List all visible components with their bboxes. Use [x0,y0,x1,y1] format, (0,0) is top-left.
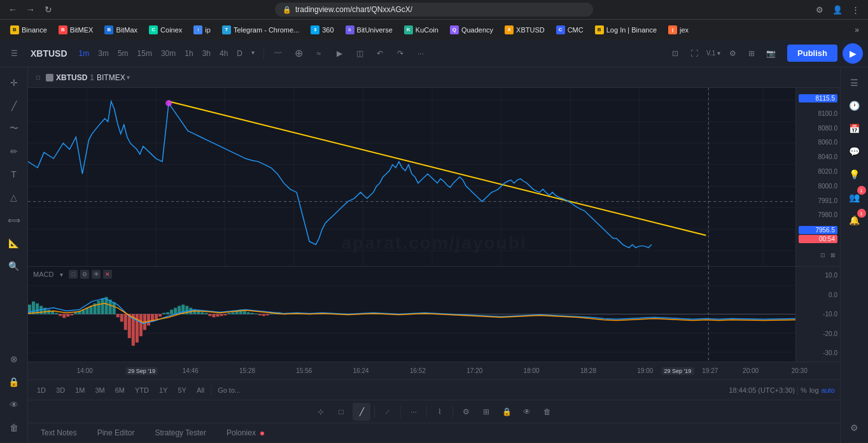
version-btn[interactable]: V.1 ▾ [704,45,722,62]
bookmark-binance-login[interactable]: B Log In | Binance [590,24,662,36]
tf-d[interactable]: D [233,47,246,60]
tf-3m[interactable]: 3m [94,47,113,60]
draw-tool-4[interactable]: ⌇ [431,403,449,421]
scale-icon-2[interactable]: ⊠ [829,251,837,260]
more-btn[interactable]: ··· [412,45,430,62]
chart-exchange[interactable]: BITMEX ▾ [97,73,130,82]
bookmark-xbtusd[interactable]: X XBTUSD [500,24,550,36]
shapes-tool[interactable]: △ [4,187,24,207]
bookmark-quadency[interactable]: Q Quadency [445,24,498,36]
alert-btn[interactable]: ◫ [351,45,368,62]
tf-bottom-6m[interactable]: 6M [111,385,129,395]
right-sidebar-clock[interactable]: 🕐 [844,95,865,116]
redo-btn[interactable]: ↷ [391,45,409,62]
settings-btn[interactable]: ⚙ [724,45,741,62]
tf-3h[interactable]: 3h [199,47,214,60]
tf-4h[interactable]: 4h [216,47,232,60]
bookmark-kucoin[interactable]: K KuCoin [399,24,444,36]
draw-settings[interactable]: ⚙ [457,403,475,421]
bookmark-360[interactable]: 3 360 [305,24,339,36]
bookmark-cmc[interactable]: C CMC [551,24,589,36]
right-sidebar-calendar[interactable]: 📅 [844,118,865,139]
tf-5m[interactable]: 5m [114,47,132,60]
reload-button[interactable]: ↻ [41,2,56,17]
percent-label[interactable]: % [801,386,807,394]
trend-line-tool[interactable]: ╱ [4,95,24,116]
crosshair-tool[interactable]: ✛ [4,73,24,93]
zoom-tool[interactable]: 🔍 [4,256,24,276]
bookmark-binance[interactable]: B Binance [5,24,52,36]
tf-bottom-3m[interactable]: 3M [91,385,108,395]
draw-trash[interactable]: 🗑 [538,403,556,421]
tab-pine-editor[interactable]: Pine Editor [90,426,143,441]
bookmark-bitmax[interactable]: B BitMax [99,24,143,36]
hide-drawings-tool[interactable]: 👁 [4,395,24,415]
right-sidebar-notifications[interactable]: 🔔 1 [844,210,865,230]
tab-poloniex[interactable]: Poloniex [219,426,272,441]
right-sidebar-users[interactable]: 👥 1 [844,187,865,207]
pattern-tool[interactable]: ⟺ [4,210,24,230]
macd-dropdown[interactable]: ▾ [56,269,66,279]
layout-btn[interactable]: ⊞ [743,45,760,62]
tf-1h[interactable]: 1h [181,47,197,60]
magnet-tool[interactable]: ⊗ [4,349,24,369]
draw-lock[interactable]: 🔒 [498,403,515,421]
draw-clone[interactable]: ⊞ [477,403,495,421]
text-tool[interactable]: T [4,164,24,185]
symbol-label[interactable]: XBTUSD [25,48,73,59]
bookmark-jex[interactable]: j jex [663,24,694,36]
right-sidebar-lightbulb[interactable]: 💡 [844,164,865,185]
snapshot-btn[interactable]: 📷 [762,45,780,62]
profile-button[interactable]: 👤 [830,2,845,17]
play-live-button[interactable]: ▶ [843,43,863,64]
tf-1m[interactable]: 1m [75,47,94,60]
replay-btn[interactable]: ▶ [330,45,348,62]
macd-ctrl-1[interactable]: □ [69,270,78,279]
hamburger-menu[interactable]: ☰ [5,45,23,62]
bookmark-bituniverse[interactable]: b BitUniverse [340,24,398,36]
add-indicator-btn[interactable]: ⊕ [290,45,307,62]
draw-cursor[interactable]: ⊹ [312,403,330,421]
tab-text-notes[interactable]: Text Notes [33,426,85,441]
publish-button[interactable]: Publish [787,45,837,62]
draw-tool-2[interactable]: ⟋ [379,403,396,421]
chart-menu-btn[interactable]: □ [33,73,43,83]
tf-dropdown[interactable]: ▾ [248,47,258,60]
goto-btn[interactable]: Go to... [214,385,244,395]
macd-close[interactable]: ✕ [103,270,112,279]
lock-drawings-tool[interactable]: 🔒 [4,372,24,392]
measure-tool[interactable]: 📐 [4,233,24,253]
right-sidebar-settings[interactable]: ⚙ [844,418,865,438]
fullscreen-small-btn[interactable]: ⊡ [666,45,684,62]
tf-30m[interactable]: 30m [157,47,179,60]
menu-button[interactable]: ⋮ [848,2,863,17]
macd-ctrl-2[interactable]: ⚙ [80,270,89,279]
tab-strategy-tester[interactable]: Strategy Tester [147,426,213,441]
forward-button[interactable]: → [23,2,38,17]
extensions-button[interactable]: ⚙ [812,2,827,17]
brush-tool[interactable]: ✏ [4,141,24,162]
draw-eye[interactable]: 👁 [518,403,536,421]
tf-bottom-5y[interactable]: 5Y [174,385,190,395]
compare-btn[interactable]: ≈ [310,45,328,62]
fullscreen-btn[interactable]: ⛶ [685,45,703,62]
draw-rect[interactable]: □ [332,403,350,421]
curve-tool[interactable]: 〜 [4,118,24,139]
draw-tool-3[interactable]: ··· [405,403,423,421]
auto-label[interactable]: auto [822,386,835,394]
main-chart-area[interactable]: aparat.com/jayoubi [28,88,840,266]
right-sidebar-list[interactable]: ☰ [844,73,865,93]
tf-15m[interactable]: 15m [134,47,156,60]
tf-bottom-1d[interactable]: 1D [33,385,50,395]
bookmark-telegram[interactable]: T Telegram - Chrome... [217,24,304,36]
trash-tool[interactable]: 🗑 [4,418,24,438]
log-label[interactable]: log [809,386,819,394]
macd-ctrl-3[interactable]: 👁 [92,270,101,279]
tf-bottom-1y[interactable]: 1Y [155,385,171,395]
bookmarks-more[interactable]: » [851,24,863,36]
back-button[interactable]: ← [5,2,20,17]
line-chart-btn[interactable]: 〰 [269,45,287,62]
tf-bottom-3d[interactable]: 3D [52,385,69,395]
tf-bottom-all[interactable]: All [193,385,208,395]
address-bar[interactable]: 🔒 tradingview.com/chart/QNxxAGcX/ [275,3,593,17]
